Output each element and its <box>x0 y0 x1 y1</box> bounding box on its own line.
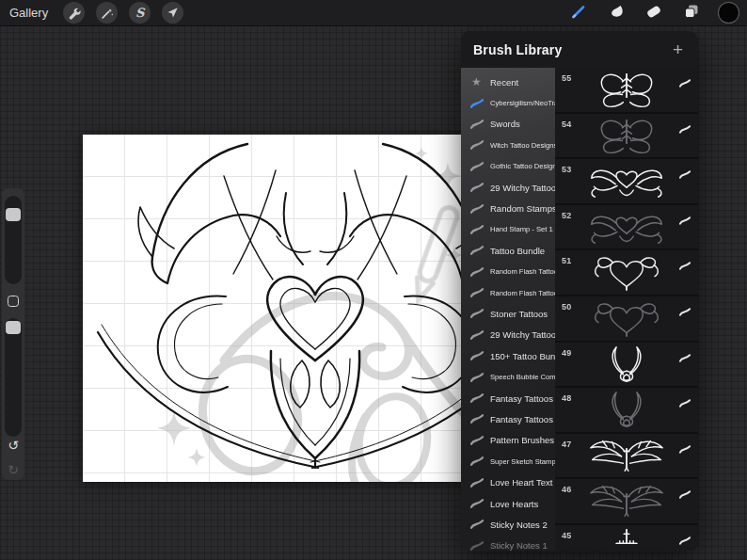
brush-row[interactable]: 50 <box>555 296 698 341</box>
brush-set-item[interactable]: Random Stamps <box>461 198 555 218</box>
brush-stroke-icon <box>469 204 484 214</box>
brush-row[interactable]: 45 <box>555 525 698 551</box>
brush-row[interactable]: 47 <box>555 434 698 478</box>
selection-s-icon: S <box>135 7 144 19</box>
brush-set-label: Fantasy Tattoos 2 <box>490 393 555 404</box>
brush-stroke-icon <box>469 520 484 529</box>
brush-stroke-icon <box>679 120 691 129</box>
brush-set-item[interactable]: Sticky Notes 2 <box>461 514 555 535</box>
brush-opacity-slider[interactable] <box>5 318 22 437</box>
brush-set-item[interactable]: 29 Witchy Tattoos <box>461 325 555 345</box>
brush-set-label: Love Heart Text <box>490 477 552 488</box>
smudge-tool-button[interactable] <box>605 2 627 24</box>
brush-preview-stamp <box>581 208 672 246</box>
brush-row[interactable]: 48 <box>555 388 698 432</box>
brush-set-item[interactable]: Fantasy Tattoos 1 <box>461 408 555 429</box>
brush-stroke-icon <box>679 532 691 540</box>
wrench-icon <box>68 7 81 20</box>
brush-stroke-icon <box>469 541 484 551</box>
brush-row[interactable]: 46 <box>555 479 698 523</box>
brush-row[interactable]: 53 <box>555 159 698 203</box>
brush-set-item[interactable]: Super Sketch Stamp <box>461 451 555 472</box>
brush-library-body: ★RecentCybersigilism/NeoTradSwordsWitch … <box>461 68 698 551</box>
brush-row[interactable]: 49 <box>555 343 698 387</box>
brush-stroke-icon <box>469 351 484 360</box>
brush-set-label: Random Flash Tattoo… <box>490 267 555 276</box>
brush-stroke-icon <box>469 478 484 488</box>
brush-stroke-icon <box>469 140 484 150</box>
modify-square-button[interactable] <box>8 296 19 307</box>
brush-set-label: Pattern Brushes <box>490 435 554 445</box>
brush-preview-stamp <box>581 162 672 200</box>
brush-set-item[interactable]: Hand Stamp - Set 1 <box>461 219 555 240</box>
brush-stroke-icon <box>679 74 691 83</box>
brush-opacity-handle[interactable] <box>6 321 21 334</box>
brush-icon <box>570 3 587 24</box>
layers-button[interactable] <box>680 2 702 24</box>
brush-stroke-icon <box>679 166 691 174</box>
brush-preview-stamp <box>581 437 672 474</box>
panel-title: Brush Library <box>473 42 562 57</box>
brush-number: 49 <box>562 348 572 358</box>
brush-preview-list: 5554535251504948474645 <box>555 68 698 551</box>
brush-number: 50 <box>562 302 572 312</box>
transform-button[interactable] <box>162 2 183 24</box>
brush-number: 45 <box>562 531 572 540</box>
paint-tools-group <box>567 2 739 24</box>
eraser-icon <box>645 3 662 24</box>
brush-set-item[interactable]: Tattoo Bundle <box>461 240 555 261</box>
actions-button[interactable] <box>63 2 85 24</box>
top-toolbar: Gallery S <box>0 0 747 26</box>
brush-set-label: Recent <box>490 77 518 88</box>
brush-preview-stamp <box>581 253 672 291</box>
selection-button[interactable]: S <box>129 2 151 24</box>
brush-row[interactable]: 51 <box>555 250 698 295</box>
brush-size-handle[interactable] <box>6 208 21 221</box>
brush-stroke-icon <box>469 373 484 382</box>
brush-set-item[interactable]: Random Flash Tattoo… <box>461 262 555 282</box>
brush-set-item[interactable]: Fantasy Tattoos 2 <box>461 388 555 408</box>
brush-row[interactable]: 52 <box>555 205 698 249</box>
brush-set-item[interactable]: Witch Tattoo Designs <box>461 135 555 155</box>
brush-row[interactable]: 55 <box>555 68 698 112</box>
smudge-finger-icon <box>608 3 625 24</box>
eraser-tool-button[interactable] <box>643 2 664 24</box>
color-button[interactable] <box>718 2 739 24</box>
brush-set-item[interactable]: Swords <box>461 114 555 135</box>
brush-set-item[interactable]: Sticky Notes 1 <box>461 536 555 551</box>
canvas-side-controls: ↺ ↻ <box>2 188 24 480</box>
brush-set-item[interactable]: Random Flash Tattoos <box>461 282 555 303</box>
brush-set-item[interactable]: 150+ Tattoo Bundle <box>461 345 555 366</box>
brush-tool-button[interactable] <box>567 2 589 24</box>
brush-row[interactable]: 54 <box>555 114 698 158</box>
brush-stroke-icon <box>679 257 691 265</box>
brush-set-item[interactable]: 29 Witchy Tattoos <box>461 177 555 198</box>
brush-set-label: Gothic Tattoo Designs <box>490 162 555 170</box>
transform-arrow-icon <box>167 7 179 19</box>
brush-set-label: Fantasy Tattoos 1 <box>490 414 555 424</box>
brush-stroke-icon <box>469 183 484 192</box>
adjustments-button[interactable] <box>96 2 118 24</box>
brush-stroke-icon <box>469 225 484 234</box>
add-brush-button[interactable]: + <box>670 40 686 58</box>
brush-set-item[interactable]: Speech Bubble Comi… <box>461 366 555 387</box>
brush-stroke-icon <box>679 394 691 403</box>
brush-number: 52 <box>562 211 572 220</box>
brush-set-label: Random Flash Tattoos <box>490 289 555 297</box>
brush-number: 47 <box>562 440 572 449</box>
brush-set-item[interactable]: Cybersigilism/NeoTrad <box>461 92 555 113</box>
brush-set-label: Swords <box>490 119 520 129</box>
brush-set-item[interactable]: Stoner Tattoos <box>461 303 555 324</box>
undo-button[interactable]: ↺ <box>2 439 24 452</box>
brush-size-slider[interactable] <box>5 196 22 284</box>
brush-preview-stamp <box>581 391 672 428</box>
brush-set-item[interactable]: ★Recent <box>461 72 555 92</box>
redo-button[interactable]: ↻ <box>2 463 24 476</box>
gallery-button[interactable]: Gallery <box>9 6 48 20</box>
brush-set-item[interactable]: Pattern Brushes <box>461 430 555 451</box>
brush-set-item[interactable]: Love Heart Text <box>461 472 555 492</box>
brush-set-item[interactable]: Love Hearts <box>461 493 555 514</box>
brush-stroke-icon <box>469 414 484 424</box>
brush-preview-stamp <box>581 71 672 108</box>
brush-set-item[interactable]: Gothic Tattoo Designs <box>461 156 555 177</box>
